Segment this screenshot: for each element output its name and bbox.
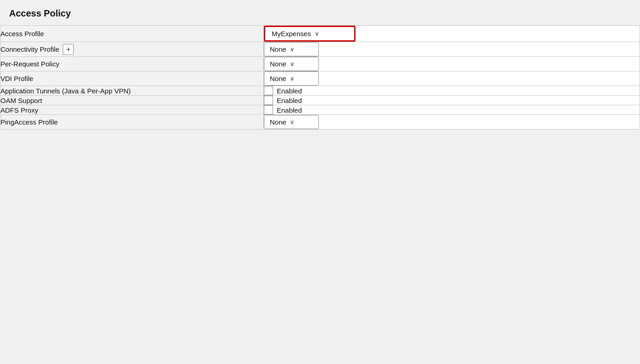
chevron-down-icon-per-request-policy: ∨ [290,60,295,67]
label-application-tunnels: Application Tunnels (Java & Per-App VPN) [0,86,264,96]
chevron-down-icon-access-profile: ∨ [315,30,319,37]
select-vdi-profile[interactable]: None∨ [264,71,319,86]
label-text-access-profile: Access Profile [0,30,44,38]
row-access-profile: Access ProfileMyExpenses∨ [0,26,640,42]
checkbox-row-application-tunnels: Enabled [264,86,640,95]
checkbox-label-adfs-proxy: Enabled [277,106,302,114]
checkbox-application-tunnels[interactable] [264,86,273,95]
select-value-vdi-profile: None [270,75,286,82]
select-value-per-request-policy: None [270,60,286,68]
label-text-pingaccess-profile: PingAccess Profile [0,118,58,126]
value-vdi-profile: None∨ [264,71,640,86]
value-connectivity-profile: None∨ [264,42,640,57]
label-text-connectivity-profile: Connectivity Profile [0,45,59,53]
page-wrapper: Access Policy Access ProfileMyExpenses∨C… [0,0,640,130]
select-access-profile[interactable]: MyExpenses∨ [264,26,356,42]
chevron-down-icon-vdi-profile: ∨ [290,75,295,82]
value-per-request-policy: None∨ [264,57,640,71]
label-text-per-request-policy: Per-Request Policy [0,60,59,68]
row-application-tunnels: Application Tunnels (Java & Per-App VPN)… [0,86,640,96]
checkbox-label-oam-support: Enabled [277,97,302,104]
select-value-access-profile: MyExpenses [272,30,311,38]
label-access-profile: Access Profile [0,26,264,42]
value-adfs-proxy: Enabled [264,105,640,115]
value-access-profile: MyExpenses∨ [264,26,640,42]
label-adfs-proxy: ADFS Proxy [0,105,264,115]
checkbox-row-adfs-proxy: Enabled [264,105,640,114]
section-title: Access Policy [0,0,640,25]
label-oam-support: OAM Support [0,96,264,105]
label-text-adfs-proxy: ADFS Proxy [0,106,38,114]
select-value-connectivity-profile: None [270,45,286,53]
row-vdi-profile: VDI ProfileNone∨ [0,71,640,86]
checkbox-label-application-tunnels: Enabled [277,87,302,95]
label-vdi-profile: VDI Profile [0,71,264,86]
select-connectivity-profile[interactable]: None∨ [264,42,319,56]
row-adfs-proxy: ADFS ProxyEnabled [0,105,640,115]
label-connectivity-profile: Connectivity Profile+ [0,42,264,57]
value-oam-support: Enabled [264,96,640,105]
row-per-request-policy: Per-Request PolicyNone∨ [0,57,640,71]
label-pingaccess-profile: PingAccess Profile [0,115,264,130]
select-value-pingaccess-profile: None [270,118,286,126]
checkbox-oam-support[interactable] [264,96,273,105]
checkbox-adfs-proxy[interactable] [264,105,273,114]
row-oam-support: OAM SupportEnabled [0,96,640,105]
checkbox-row-oam-support: Enabled [264,96,640,105]
value-application-tunnels: Enabled [264,86,640,96]
label-text-vdi-profile: VDI Profile [0,75,33,82]
policy-table: Access ProfileMyExpenses∨Connectivity Pr… [0,25,640,130]
row-pingaccess-profile: PingAccess ProfileNone∨ [0,115,640,130]
select-pingaccess-profile[interactable]: None∨ [264,115,319,129]
value-pingaccess-profile: None∨ [264,115,640,130]
label-per-request-policy: Per-Request Policy [0,57,264,71]
select-per-request-policy[interactable]: None∨ [264,57,319,71]
row-connectivity-profile: Connectivity Profile+None∨ [0,42,640,57]
label-text-application-tunnels: Application Tunnels (Java & Per-App VPN) [0,87,131,95]
chevron-down-icon-connectivity-profile: ∨ [290,46,295,53]
label-text-oam-support: OAM Support [0,97,42,104]
plus-button-connectivity-profile[interactable]: + [63,44,74,55]
chevron-down-icon-pingaccess-profile: ∨ [290,119,295,125]
